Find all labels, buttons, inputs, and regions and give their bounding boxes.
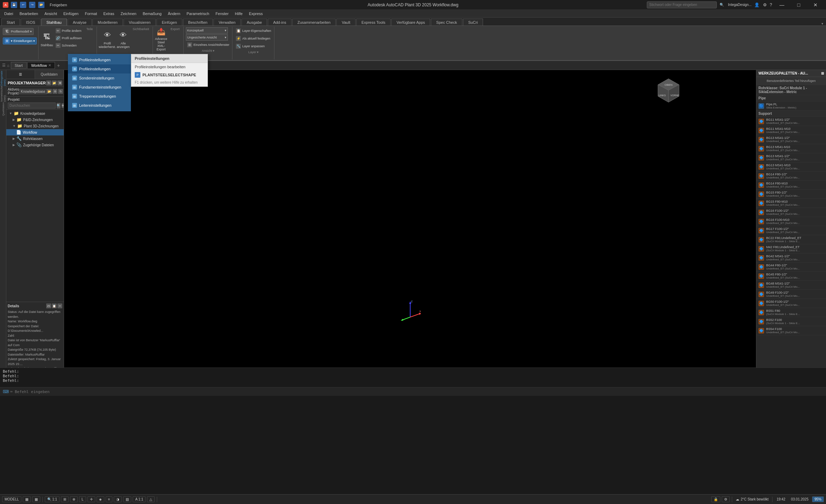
maximize-btn[interactable]: □ bbox=[791, 0, 806, 10]
tab-ausgabe[interactable]: Ausgabe bbox=[241, 19, 267, 26]
profilemodell-btn[interactable]: 🏗 Profilemodell ▾ bbox=[3, 28, 34, 35]
pipe-pl-item[interactable]: 🔵 Pipe.PL Sikla Extension - Metric) bbox=[756, 102, 826, 111]
support-item-bg15[interactable]: 🔷 BG15 F80-1/2"Undefined_ET (SuCri Mo... bbox=[756, 190, 826, 199]
layout-btn-1[interactable]: ▦ bbox=[23, 496, 31, 502]
ap-settings-icon[interactable]: ⚙ bbox=[52, 89, 57, 94]
support-item-bg45[interactable]: 🔷 BG45 F80-1/2"Undefined_ET (SuCri Mo... bbox=[756, 272, 826, 281]
support-item-bg42[interactable]: 🔷 BG42 MS41-1/2"Undefined_ET (SuCri Mo..… bbox=[756, 253, 826, 262]
qa-undo[interactable]: ↩ bbox=[20, 2, 26, 8]
tab-addins[interactable]: Add-ins bbox=[268, 19, 291, 26]
transparency-btn[interactable]: ◑ bbox=[114, 496, 122, 502]
menu-einfuegen[interactable]: Einfügen bbox=[61, 10, 81, 18]
tab-modellieren[interactable]: Modellieren bbox=[92, 19, 123, 26]
advance-steel-btn[interactable]: 📤 Advance SteelXML-Export bbox=[155, 27, 167, 51]
support-item-bg13m10b[interactable]: 🔷 BG13 MS41-M10Undefined_ET (SuCri Mo... bbox=[756, 162, 826, 172]
qa-redo[interactable]: ↪ bbox=[29, 2, 35, 8]
hamburger-icon[interactable]: ☰ bbox=[2, 63, 6, 68]
support-item-bg17[interactable]: 🔷 BG17 F100-1/2"Undefined_ET (SuCri Mo..… bbox=[756, 226, 826, 235]
support-item-bg48[interactable]: 🔷 BG48 MS41-1/2"Undefined_ET (SuCri Mo..… bbox=[756, 281, 826, 290]
search-btn[interactable]: 🔍 bbox=[57, 103, 61, 108]
support-item-bg14[interactable]: 🔷 BG14 F80-1/2"Undefined_ET (SuCri Mo... bbox=[756, 172, 826, 181]
tree-zugehoerige[interactable]: ▶ 📎 Zugehörige Dateien bbox=[6, 142, 64, 148]
support-item-bg49[interactable]: 🔷 BG49 F100-1/2"Undefined_ET (SuCri Mo..… bbox=[756, 290, 826, 299]
menu-datei[interactable]: Datei bbox=[1, 10, 16, 18]
menu-format[interactable]: Format bbox=[82, 10, 100, 18]
home-icon[interactable]: ⌂ bbox=[7, 63, 9, 68]
tab-vault[interactable]: Vault bbox=[336, 19, 355, 26]
zoom-btn[interactable]: 🔍 1:1 bbox=[45, 496, 59, 502]
support-item-bs52[interactable]: 🔷 BS52 F100(SuCri Module 1 - Sikla E... bbox=[756, 317, 826, 326]
menu-bemassung[interactable]: Bemaßung bbox=[140, 10, 164, 18]
support-item-bg13b[interactable]: 🔷 BG13 MS41-1/2"Undefined_ET (SuCri Mo..… bbox=[756, 153, 826, 162]
tab-analyse[interactable]: Analyse bbox=[68, 19, 92, 26]
layout-btn-2[interactable]: ▦ bbox=[32, 496, 40, 502]
layer-anpassen-btn[interactable]: 🔧 Layer anpassen bbox=[234, 43, 273, 50]
tab-visualisieren[interactable]: Visualisieren bbox=[124, 19, 156, 26]
tree-workflow[interactable]: 📄 Workflow bbox=[6, 129, 64, 135]
close-btn[interactable]: ✕ bbox=[808, 0, 823, 10]
support-item-bc22[interactable]: 🔷 BC22 F80,Undefined_ET(SuCri Module 1 -… bbox=[756, 235, 826, 244]
lock-icon-btn[interactable]: 🔒 bbox=[711, 496, 720, 502]
progress-btn[interactable]: 95% bbox=[812, 496, 824, 502]
tab-isos[interactable]: ISOS bbox=[21, 19, 40, 26]
profile-menu-treppen[interactable]: ▤ Treppeneinstellungen bbox=[68, 92, 131, 101]
details-icon-3[interactable]: ✏ bbox=[57, 303, 62, 308]
details-icon-1[interactable]: 🗃 bbox=[46, 303, 51, 308]
tree-rohrklassen[interactable]: ▶ 🔧 Rohrklassen bbox=[6, 135, 64, 142]
menu-extras[interactable]: Extras bbox=[100, 10, 117, 18]
minimize-btn[interactable]: — bbox=[774, 0, 790, 10]
menu-ansicht[interactable]: Ansicht bbox=[42, 10, 60, 18]
tab-stahlbau[interactable]: Stahlbau bbox=[41, 19, 67, 26]
profile-menu-leiter[interactable]: ▤ Leitereinstellungen bbox=[68, 101, 131, 110]
pm-settings-icon[interactable]: ⚙ bbox=[57, 80, 62, 85]
support-item-m42[interactable]: 🔷 M42 F80,Undefined_ET(SuCri Module 1 - … bbox=[756, 244, 826, 253]
pm-refresh-icon[interactable]: ↻ bbox=[46, 80, 51, 85]
tab-einfuegen[interactable]: Einfügen bbox=[156, 19, 182, 26]
konzeptuell-combo[interactable]: Konzeptuell ▾ bbox=[186, 27, 228, 34]
tab-speccheck[interactable]: Spec Check bbox=[431, 19, 462, 26]
support-item-bg44[interactable]: 🔷 BG44 F80-1/2"Undefined_ET (SuCri Mo... bbox=[756, 262, 826, 272]
tree-plant3d[interactable]: ▼ 📁 Plant 3D-Zeichnungen bbox=[6, 123, 64, 129]
menu-hilfe[interactable]: Hilfe bbox=[232, 10, 245, 18]
profil-wiederherst-btn[interactable]: 👁 Profilwiederherst. bbox=[99, 27, 116, 51]
einstellungen-btn[interactable]: ⚙ ▾ Einstellungen ▾ bbox=[3, 37, 37, 44]
tab-start-doc[interactable]: Start bbox=[11, 62, 27, 69]
tab-verfuegbare[interactable]: Verfügbare Apps bbox=[391, 19, 430, 26]
support-item-bg15m10[interactable]: 🔷 BG15 F80-M10Undefined_ET (SuCri Mo... bbox=[756, 199, 826, 208]
profileaendern-btn[interactable]: ✏ Profile ändern bbox=[54, 27, 83, 34]
stahlbau-btn[interactable]: 🏗 Stahlbau bbox=[41, 27, 53, 51]
layer-eigenschaften-btn[interactable]: 📋 Layer-Eigenschaften bbox=[234, 27, 273, 34]
ungesicherte-combo[interactable]: Ungesicherte Ansicht ▾ bbox=[186, 34, 228, 41]
menu-express[interactable]: Express bbox=[246, 10, 266, 18]
support-item-bs51[interactable]: 🔷 BS51 F80(SuCri Module 1 - Sikla E... bbox=[756, 308, 826, 317]
new-tab-btn[interactable]: + bbox=[57, 63, 60, 68]
tab-zusammenarbeiten[interactable]: Zusammenarbeiten bbox=[292, 19, 336, 26]
schneiden-btn[interactable]: ✂ Schneiden bbox=[54, 42, 83, 49]
search-input[interactable] bbox=[8, 103, 56, 108]
profile-menu-sonder[interactable]: ▤ Sondereinstellungen bbox=[68, 74, 131, 83]
model-btn[interactable]: MODELL bbox=[2, 496, 21, 502]
support-item-bs54[interactable]: 🔷 BS54 F100Undefined_ET (SuCri Mo... bbox=[756, 326, 826, 335]
snap-btn[interactable]: ⊕ bbox=[70, 496, 78, 502]
profile-menu-profileeinst-active[interactable]: ⚙ Profileinstellungen bbox=[68, 64, 131, 74]
vert-icon-3[interactable]: Quelldaten bbox=[1, 102, 6, 116]
sidebar-tab-quelldaten[interactable]: Quelldaten bbox=[35, 70, 64, 79]
lineweight-btn[interactable]: ≡ bbox=[106, 496, 113, 502]
command-input[interactable] bbox=[10, 390, 823, 394]
alle-anzeigen-btn[interactable]: 👁 Alleanzeigen bbox=[117, 27, 130, 51]
canvas-area[interactable]: OBEN LINKS VORNE Z X Y bbox=[64, 70, 756, 377]
submenu-plantshape-row[interactable]: P PLANTSTEELSELECTSHAPE bbox=[131, 71, 208, 79]
titlebar-search[interactable] bbox=[647, 1, 717, 8]
menu-fenster[interactable]: Fenster bbox=[213, 10, 231, 18]
menu-parametrisch[interactable]: Parametrisch bbox=[184, 10, 212, 18]
sidebar-tab-main[interactable]: ☰ bbox=[6, 70, 35, 79]
profileaufloesen-btn[interactable]: 🔗 Profil auflösen bbox=[54, 35, 83, 42]
ap-open-icon[interactable]: 📂 bbox=[47, 89, 52, 94]
qa-save[interactable]: 💾 bbox=[11, 2, 17, 8]
menu-bearbeiten[interactable]: Bearbeiten bbox=[17, 10, 41, 18]
tab-verwalten[interactable]: Verwalten bbox=[214, 19, 241, 26]
menu-aendern[interactable]: Ändern bbox=[165, 10, 183, 18]
support-item-bg16m10[interactable]: 🔷 BG16 F100-M10Undefined_ET (SuCri Mo... bbox=[756, 217, 826, 226]
add-custom-part[interactable]: Benutzerdefiniertes Teil hinzufügen bbox=[756, 77, 826, 85]
annotation-btn[interactable]: A 1:1 bbox=[133, 496, 146, 502]
